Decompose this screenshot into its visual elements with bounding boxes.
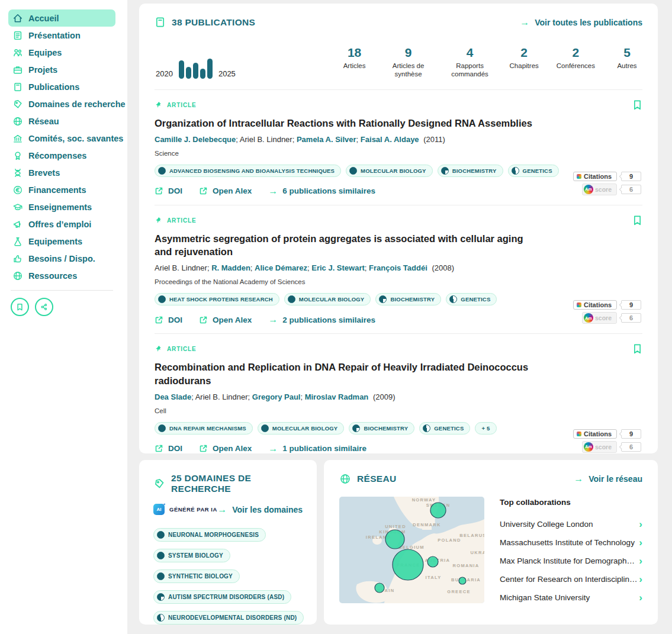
chevron-right-icon: › — [639, 574, 642, 584]
citations-count: 9 — [621, 172, 641, 181]
author-link[interactable]: Eric J. Stewart — [311, 263, 369, 272]
external-link-icon — [199, 444, 208, 453]
domain-tag[interactable]: AUTISM SPECTRUM DISORDERS (ASD) — [153, 590, 291, 604]
sidebar-item-reseau[interactable]: Réseau — [8, 112, 115, 130]
sidebar-item-besoins[interactable]: Besoins / Dispo. — [8, 250, 115, 267]
sidebar-item-equipes[interactable]: Equipes — [8, 44, 115, 61]
author-link[interactable]: Pamela A. Silver — [297, 135, 361, 144]
relevance-pie-icon — [352, 424, 360, 432]
sidebar-item-publications[interactable]: Publications — [8, 78, 115, 95]
openalex-link[interactable]: Open Alex — [199, 444, 252, 453]
author-link[interactable]: Alice Démarez — [255, 263, 311, 272]
bookmark-icon — [632, 215, 642, 226]
citations-badge[interactable]: Citations 9 — [573, 172, 641, 181]
similar-publications-link[interactable]: →1 publication similaire — [268, 443, 366, 453]
share-icon — [40, 302, 49, 311]
collaboration-item[interactable]: University College London› — [500, 515, 642, 533]
network-title: RÉSEAU — [357, 474, 396, 484]
sidebar-item-enseignements[interactable]: Enseignements — [8, 198, 115, 215]
publication-item: ARTICLE Organization of Intracellular Re… — [155, 89, 642, 205]
author-link[interactable]: R. Madden — [211, 263, 255, 272]
topic-tag[interactable]: DNA REPAIR MECHANISMS — [155, 422, 253, 435]
author-link[interactable]: Gregory Paul — [252, 392, 305, 401]
sidebar-item-recompenses[interactable]: Récompenses — [8, 147, 115, 164]
topic-tag[interactable]: MOLECULAR BIOLOGY — [346, 165, 433, 177]
topic-tag[interactable]: GENETICS — [508, 165, 559, 177]
chevron-right-icon: › — [639, 538, 642, 548]
citations-badge[interactable]: Citations 9 — [573, 300, 641, 310]
altmetric-badge[interactable]: Amscore 6 — [582, 184, 641, 195]
openalex-link[interactable]: Open Alex — [199, 186, 252, 195]
see-all-publications-link[interactable]: → Voir toutes les publications — [520, 17, 642, 28]
author-link[interactable]: François Taddéi — [369, 263, 427, 272]
author-link[interactable]: Faisal A. Aldaye — [361, 135, 419, 144]
publication-item: ARTICLE Asymmetric segregation of protei… — [155, 205, 642, 334]
domain-tag[interactable]: NEURODEVELOPMENTAL DISORDERS (ND) — [153, 611, 304, 625]
topic-tag[interactable]: HEAT SHOCK PROTEINS RESEARCH — [155, 293, 279, 305]
topic-tag[interactable]: GENETICS — [419, 422, 470, 435]
bookmark-button[interactable] — [632, 343, 642, 355]
publication-year: (2008) — [432, 263, 454, 272]
altmetric-badge[interactable]: Amscore 6 — [582, 312, 641, 324]
sidebar-item-financements[interactable]: Financements — [8, 181, 115, 198]
sidebar-item-projets[interactable]: Projets — [8, 61, 115, 78]
publication-year: (2011) — [423, 135, 445, 144]
flask-icon — [12, 236, 23, 247]
topic-tag[interactable]: MOLECULAR BIOLOGY — [258, 422, 345, 435]
collaboration-item[interactable]: Massachusetts Institute of Technology› — [500, 533, 642, 552]
sidebar-item-label: Financements — [28, 185, 86, 195]
sidebar-item-domaines[interactable]: Domaines de recherche — [8, 95, 115, 112]
author-link[interactable]: Dea Slade — [155, 392, 195, 401]
topic-tag[interactable]: BIOCHEMISTRY — [438, 165, 503, 177]
publication-journal: Cell — [155, 407, 642, 414]
topic-tag[interactable]: MOLECULAR BIOLOGY — [284, 293, 371, 305]
collaboration-item[interactable]: Center for Research on Interdisciplin…› — [500, 570, 642, 588]
relevance-pie-icon — [158, 424, 166, 432]
relevance-pie-icon — [157, 572, 165, 580]
sidebar-item-offres[interactable]: Offres d’emploi — [8, 215, 115, 233]
bookmark-button[interactable] — [632, 215, 642, 226]
topic-tag[interactable]: BIOCHEMISTRY — [349, 422, 414, 435]
topic-tag[interactable]: ADVANCED BIOSENSING AND BIOANALYSIS TECH… — [155, 165, 341, 177]
bookmark-button[interactable] — [632, 99, 642, 111]
author-link[interactable]: Miroslav Radman — [305, 392, 369, 401]
more-tags-badge[interactable]: + 5 — [475, 422, 496, 435]
altmetric-badge[interactable]: Amscore 6 — [582, 441, 641, 453]
publications-card: 38 PUBLICATIONS → Voir toutes les public… — [139, 4, 658, 453]
see-network-link[interactable]: → Voir le réseau — [574, 474, 642, 484]
sidebar-item-equipements[interactable]: Equipements — [8, 233, 115, 250]
chevron-right-icon: › — [639, 556, 642, 566]
bookmarks-button[interactable] — [11, 298, 29, 316]
doi-link[interactable]: DOI — [155, 186, 182, 195]
domain-tag[interactable]: NEURONAL MORPHOGENESIS — [153, 528, 266, 542]
document-icon — [12, 30, 23, 41]
collaboration-item[interactable]: Max Planck Institute for Demograph…› — [500, 552, 642, 570]
see-domains-link[interactable]: → Voir les domaines — [217, 504, 303, 515]
citations-count: 9 — [621, 300, 641, 310]
sidebar-item-comites[interactable]: Comités, soc. savantes — [8, 130, 115, 147]
doi-link[interactable]: DOI — [155, 316, 182, 324]
sidebar-item-brevets[interactable]: Brevets — [8, 164, 115, 181]
domain-tag[interactable]: SYSTEM BIOLOGY — [153, 549, 230, 562]
publication-type-label: ARTICLE — [167, 102, 197, 108]
pin-icon — [155, 101, 162, 109]
author-link[interactable]: Camille J. Delebecque — [155, 135, 240, 144]
collaboration-item[interactable]: Michigan State University› — [500, 588, 642, 607]
publication-title: Asymmetric segregation of protein aggreg… — [155, 232, 542, 259]
doi-link[interactable]: DOI — [155, 444, 182, 453]
svg-text:UNITED: UNITED — [385, 524, 406, 529]
share-button[interactable] — [35, 298, 53, 316]
topic-tag[interactable]: GENETICS — [446, 293, 497, 305]
sidebar-item-accueil[interactable]: Accueil — [8, 9, 115, 27]
openalex-link[interactable]: Open Alex — [199, 316, 252, 324]
sidebar-item-presentation[interactable]: Présentation — [8, 27, 115, 44]
relevance-pie-icon — [379, 295, 387, 303]
topic-tag[interactable]: BIOCHEMISTRY — [375, 293, 441, 305]
similar-publications-link[interactable]: →2 publications similaires — [268, 314, 375, 325]
sidebar-item-ressources[interactable]: Ressources — [8, 267, 115, 284]
network-card: RÉSEAU → Voir le réseau NORWAYSWEDENDENM… — [324, 460, 658, 625]
similar-publications-link[interactable]: →6 publications similaires — [268, 186, 375, 197]
citations-badge[interactable]: Citations 9 — [573, 429, 641, 439]
relevance-pie-icon — [261, 424, 269, 432]
domain-tag[interactable]: SYNTHETIC BIOLOGY — [153, 569, 240, 583]
